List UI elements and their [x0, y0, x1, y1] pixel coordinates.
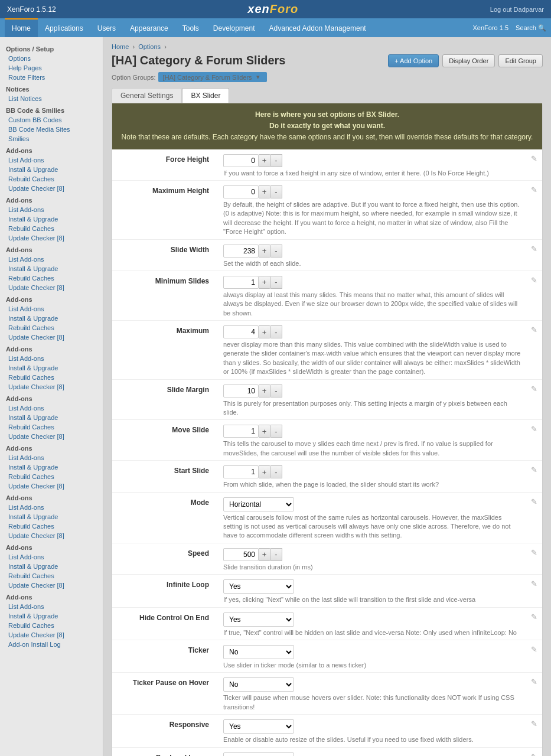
- tab-general-settings[interactable]: General Settings: [112, 88, 182, 103]
- sidebar-link-install-10[interactable]: Install & Upgrade: [0, 611, 103, 621]
- edit-group-button[interactable]: Edit Group: [498, 54, 543, 67]
- sidebar-link-update-checker-2[interactable]: Update Checker [8]: [0, 233, 103, 243]
- sidebar-link-help-pages[interactable]: Help Pages: [0, 63, 103, 73]
- sidebar-link-list-addons-9[interactable]: List Add-ons: [0, 552, 103, 562]
- sidebar-link-list-notices[interactable]: List Notices: [0, 94, 103, 103]
- select-12[interactable]: YesNo: [223, 645, 294, 659]
- sidebar-link-update-checker-9[interactable]: Update Checker [8]: [0, 581, 103, 590]
- sidebar-link-update-checker-4[interactable]: Update Checker [8]: [0, 333, 103, 342]
- sidebar-link-options[interactable]: Options: [0, 54, 103, 63]
- edit-icon-2[interactable]: ✎: [531, 245, 537, 253]
- number-input-4[interactable]: [223, 325, 259, 338]
- sidebar-link-update-checker-3[interactable]: Update Checker [8]: [0, 283, 103, 292]
- number-input-6[interactable]: [223, 425, 259, 438]
- decrement-button-3[interactable]: -: [270, 276, 282, 289]
- decrement-button-4[interactable]: -: [270, 325, 282, 338]
- sidebar-link-install-2[interactable]: Install & Upgrade: [0, 214, 103, 224]
- decrement-button-5[interactable]: -: [270, 384, 282, 397]
- sidebar-link-update-checker-10[interactable]: Update Checker [8]: [0, 630, 103, 640]
- decrement-button-0[interactable]: -: [270, 154, 282, 167]
- edit-icon-15[interactable]: ✎: [531, 752, 537, 757]
- logout-link[interactable]: Log out Dadparvar: [490, 6, 544, 13]
- sidebar-link-route-filters[interactable]: Route Filters: [0, 73, 103, 82]
- sidebar-link-list-addons-2[interactable]: List Add-ons: [0, 205, 103, 214]
- sidebar-link-list-addons-10[interactable]: List Add-ons: [0, 602, 103, 611]
- edit-icon-8[interactable]: ✎: [531, 497, 537, 506]
- number-input-3[interactable]: [223, 276, 259, 289]
- sidebar-link-rebuild-2[interactable]: Rebuild Caches: [0, 224, 103, 233]
- nav-development[interactable]: Development: [206, 18, 262, 37]
- sidebar-link-install-7[interactable]: Install & Upgrade: [0, 462, 103, 472]
- add-option-button[interactable]: + Add Option: [388, 54, 439, 67]
- number-input-7[interactable]: [223, 465, 259, 478]
- nav-applications[interactable]: Applications: [38, 18, 90, 37]
- sidebar-link-list-addons-1[interactable]: List Add-ons: [0, 155, 103, 165]
- nav-tools[interactable]: Tools: [175, 18, 206, 37]
- sidebar-link-update-checker-7[interactable]: Update Checker [8]: [0, 481, 103, 491]
- increment-button-5[interactable]: +: [259, 384, 270, 397]
- sidebar-link-rebuild-4[interactable]: Rebuild Caches: [0, 323, 103, 333]
- increment-button-7[interactable]: +: [259, 465, 270, 478]
- increment-button-4[interactable]: +: [259, 325, 270, 338]
- select-14[interactable]: YesNo: [223, 719, 294, 734]
- sidebar-link-install-5[interactable]: Install & Upgrade: [0, 363, 103, 373]
- select-8[interactable]: HorizontalVerticalFade: [223, 497, 294, 511]
- breadcrumb-options[interactable]: Options: [138, 43, 161, 50]
- sidebar-link-install-3[interactable]: Install & Upgrade: [0, 264, 103, 273]
- sidebar-link-custom-bbcodes[interactable]: Custom BB Codes: [0, 115, 103, 125]
- tab-bx-slider[interactable]: BX Slider: [182, 88, 229, 103]
- sidebar-link-bbcode-media[interactable]: BB Code Media Sites: [0, 125, 103, 134]
- sidebar-link-addon-install-log[interactable]: Add-on Install Log: [0, 640, 103, 649]
- nav-search[interactable]: Search 🔍: [516, 24, 546, 32]
- edit-icon-5[interactable]: ✎: [531, 384, 537, 393]
- sidebar-link-rebuild-1[interactable]: Rebuild Caches: [0, 174, 103, 184]
- number-input-9[interactable]: [223, 548, 259, 561]
- sidebar-link-install-4[interactable]: Install & Upgrade: [0, 314, 103, 323]
- decrement-button-2[interactable]: -: [270, 245, 282, 258]
- edit-icon-1[interactable]: ✎: [531, 185, 537, 194]
- sidebar-link-smilies[interactable]: Smilies: [0, 134, 103, 144]
- number-input-0[interactable]: [223, 154, 259, 167]
- increment-button-0[interactable]: +: [259, 154, 270, 167]
- sidebar-link-rebuild-3[interactable]: Rebuild Caches: [0, 273, 103, 283]
- edit-icon-12[interactable]: ✎: [531, 645, 537, 654]
- edit-icon-6[interactable]: ✎: [531, 425, 537, 434]
- number-input-2[interactable]: [223, 245, 259, 258]
- decrement-button-7[interactable]: -: [270, 465, 282, 478]
- edit-icon-4[interactable]: ✎: [531, 325, 537, 334]
- nav-appearance[interactable]: Appearance: [123, 18, 175, 37]
- select-13[interactable]: YesNo: [223, 677, 294, 692]
- select-10[interactable]: YesNo: [223, 579, 294, 594]
- sidebar-link-update-checker-8[interactable]: Update Checker [8]: [0, 531, 103, 540]
- breadcrumb-home[interactable]: Home: [112, 43, 129, 50]
- sidebar-link-list-addons-5[interactable]: List Add-ons: [0, 354, 103, 363]
- decrement-button-1[interactable]: -: [270, 185, 282, 198]
- edit-icon-9[interactable]: ✎: [531, 548, 537, 557]
- sidebar-link-rebuild-5[interactable]: Rebuild Caches: [0, 373, 103, 382]
- select-11[interactable]: YesNo: [223, 612, 294, 627]
- number-input-1[interactable]: [223, 185, 259, 198]
- sidebar-link-rebuild-9[interactable]: Rebuild Caches: [0, 571, 103, 581]
- sidebar-link-update-checker-6[interactable]: Update Checker [8]: [0, 432, 103, 441]
- decrement-button-9[interactable]: -: [270, 548, 282, 561]
- sidebar-link-install-8[interactable]: Install & Upgrade: [0, 512, 103, 522]
- sidebar-link-install-1[interactable]: Install & Upgrade: [0, 165, 103, 174]
- display-order-button[interactable]: Display Order: [442, 54, 495, 67]
- increment-button-2[interactable]: +: [259, 245, 270, 258]
- increment-button-6[interactable]: +: [259, 425, 270, 438]
- sidebar-link-list-addons-4[interactable]: List Add-ons: [0, 304, 103, 314]
- sidebar-link-update-checker-5[interactable]: Update Checker [8]: [0, 382, 103, 392]
- nav-users[interactable]: Users: [90, 18, 123, 37]
- sidebar-link-update-checker-1[interactable]: Update Checker [8]: [0, 184, 103, 193]
- option-group-badge[interactable]: [HA] Category & Forum Sliders ▾: [158, 72, 267, 82]
- edit-icon-10[interactable]: ✎: [531, 579, 537, 588]
- sidebar-link-rebuild-8[interactable]: Rebuild Caches: [0, 522, 103, 531]
- sidebar-link-install-9[interactable]: Install & Upgrade: [0, 562, 103, 571]
- edit-icon-7[interactable]: ✎: [531, 465, 537, 474]
- edit-icon-14[interactable]: ✎: [531, 719, 537, 728]
- increment-button-1[interactable]: +: [259, 185, 270, 198]
- edit-icon-3[interactable]: ✎: [531, 276, 537, 285]
- sidebar-link-list-addons-6[interactable]: List Add-ons: [0, 403, 103, 413]
- increment-button-9[interactable]: +: [259, 548, 270, 561]
- sidebar-link-rebuild-6[interactable]: Rebuild Caches: [0, 422, 103, 432]
